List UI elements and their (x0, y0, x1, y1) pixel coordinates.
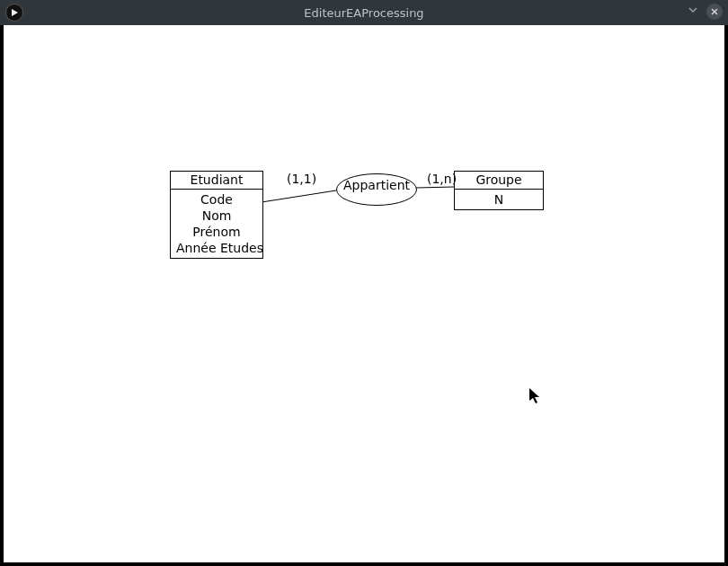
svg-marker-0 (12, 9, 18, 16)
cardinality-etudiant-appartient: (1,1) (287, 172, 316, 186)
entity-name: Etudiant (171, 172, 262, 190)
edge-layer (4, 25, 724, 562)
play-icon[interactable] (5, 4, 23, 22)
edge-appartient-groupe (416, 187, 454, 188)
svg-marker-4 (529, 388, 539, 403)
entity-groupe[interactable]: Groupe N (454, 171, 544, 210)
app-window: EditeurEAProcessing Etudiant (0, 0, 728, 566)
titlebar: EditeurEAProcessing (0, 0, 728, 25)
window-title: EditeurEAProcessing (0, 6, 728, 20)
entity-attribute: Code (176, 191, 257, 208)
relationship-appartient[interactable]: Appartient (336, 173, 417, 206)
entity-attribute: Prénom (176, 224, 257, 240)
entity-attributes: Code Nom Prénom Année Etudes (171, 190, 262, 258)
cardinality-appartient-groupe: (1,n) (427, 172, 457, 186)
edge-etudiant-appartient (262, 190, 336, 202)
entity-attribute: N (460, 191, 537, 208)
entity-attribute: Nom (176, 208, 257, 224)
entity-attributes: N (455, 190, 543, 209)
relationship-name: Appartient (343, 178, 410, 201)
entity-name: Groupe (455, 172, 543, 190)
diagram-canvas[interactable]: Etudiant Code Nom Prénom Année Etudes Gr… (4, 25, 724, 562)
close-icon[interactable] (706, 4, 723, 20)
chevron-down-icon[interactable] (687, 4, 699, 20)
entity-attribute: Année Etudes (176, 240, 257, 256)
entity-etudiant[interactable]: Etudiant Code Nom Prénom Année Etudes (170, 171, 263, 259)
mouse-cursor-icon (529, 388, 542, 404)
